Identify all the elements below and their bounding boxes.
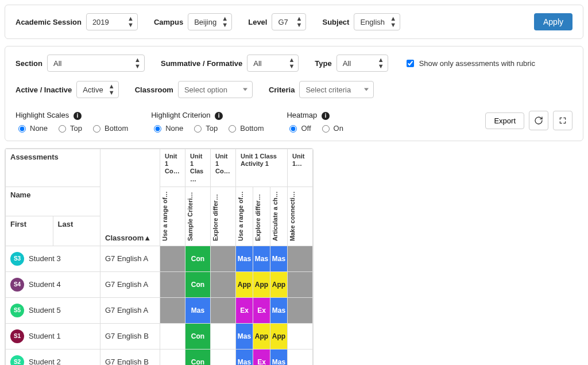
score-cell[interactable]: App (270, 272, 287, 297)
label-campus: Campus (154, 18, 183, 26)
select-section[interactable]: All ▲▼ (47, 55, 145, 72)
score-cell[interactable]: Con (185, 272, 210, 297)
score-cell[interactable] (288, 272, 312, 297)
export-button[interactable]: Export (485, 112, 524, 129)
score-cell[interactable] (211, 246, 235, 271)
score-cell[interactable]: Con (185, 246, 210, 271)
classroom-cell: G7 English A (100, 246, 160, 271)
score-cell[interactable]: Ex (253, 298, 270, 323)
th-assessment-group[interactable]: Unit 1 Clas… (185, 149, 211, 187)
field-criteria: Criteria Select criteria (269, 81, 374, 98)
score-cell[interactable]: Con (185, 350, 210, 365)
score-cell[interactable]: App (270, 324, 287, 349)
th-criterion[interactable]: Use a range of relevant textual evidence… (236, 187, 253, 246)
radio-scales-bottom[interactable]: Bottom (90, 123, 128, 133)
apply-button[interactable]: Apply (534, 13, 572, 30)
checkbox-show-rubric-input[interactable] (407, 60, 414, 67)
score-cell[interactable] (211, 298, 235, 323)
score-cell[interactable] (160, 350, 185, 365)
student-name: Student 3 (29, 254, 61, 263)
score-cell[interactable] (160, 246, 185, 271)
select-subject[interactable]: English ▲▼ (354, 13, 400, 30)
score-cell[interactable] (160, 298, 185, 323)
th-criterion[interactable]: Sample Criterion (185, 187, 211, 246)
th-assessment-group[interactable]: Unit 1… (288, 149, 313, 187)
radio-scales-none[interactable]: None (16, 123, 48, 133)
score-cell[interactable]: Ex (236, 298, 253, 323)
th-criterion[interactable]: Use a range of relevant textual evidence… (160, 187, 185, 246)
field-section: Section All ▲▼ (16, 55, 145, 72)
score-cell[interactable] (288, 350, 312, 365)
chevron-down-icon (243, 88, 247, 91)
updown-icon: ▲▼ (127, 15, 134, 28)
refresh-button[interactable] (529, 111, 548, 130)
checkbox-show-rubric[interactable]: Show only assessments with rubric (404, 58, 535, 69)
th-classroom[interactable]: Classroom▲ (100, 149, 160, 246)
updown-icon: ▲▼ (222, 15, 228, 28)
th-criterion[interactable]: Make connections between books… (288, 187, 313, 246)
info-icon[interactable]: i (215, 112, 223, 120)
select-level[interactable]: G7 ▲▼ (272, 13, 306, 30)
fullscreen-icon (559, 117, 567, 125)
score-cell[interactable] (288, 298, 312, 323)
radio-heatmap-off[interactable]: Off (287, 123, 311, 133)
info-icon[interactable]: i (322, 112, 330, 120)
th-criterion[interactable]: Explore different ways to represent… (211, 187, 236, 246)
score-cell[interactable] (211, 324, 235, 349)
select-criteria[interactable]: Select criteria (299, 81, 374, 98)
score-cell[interactable]: Ex (253, 350, 270, 365)
student-name-cell[interactable]: S1Student 1 (6, 324, 100, 349)
assessments-grid: Assessments Classroom▲ Unit 1 Co…Unit 1 … (5, 148, 314, 365)
student-name-cell[interactable]: S2Student 2 (6, 350, 100, 365)
score-cell[interactable]: Mas (270, 246, 287, 271)
select-active-value: Active (83, 86, 103, 94)
student-name: Student 5 (29, 306, 61, 314)
score-cell[interactable]: Mas (270, 350, 287, 365)
select-sf-value: All (253, 59, 261, 68)
score-cell[interactable]: Mas (236, 350, 253, 365)
score-cell[interactable]: Mas (236, 324, 253, 349)
th-criterion[interactable]: Articulate a change in opinion or… (270, 187, 288, 246)
student-name-cell[interactable]: S3Student 3 (6, 246, 100, 271)
radio-heatmap-on[interactable]: On (319, 123, 343, 133)
table-row: S3Student 3G7 English AConMasMasMas (6, 246, 313, 271)
select-section-value: All (53, 59, 61, 68)
score-cell[interactable] (288, 324, 312, 349)
score-cell[interactable]: Mas (253, 246, 270, 271)
highlight-scales-block: Highlight Scales i None Top Bottom (16, 111, 128, 133)
field-subject: Subject English ▲▼ (322, 13, 400, 30)
radio-criterion-top[interactable]: Top (191, 123, 218, 133)
score-cell[interactable]: Mas (270, 298, 287, 323)
radio-criterion-bottom[interactable]: Bottom (226, 123, 264, 133)
table-row: S4Student 4G7 English AConAppAppApp (6, 271, 313, 297)
select-academic-session[interactable]: 2019 ▲▼ (86, 13, 138, 30)
score-cell[interactable] (288, 246, 312, 271)
radio-scales-top[interactable]: Top (56, 123, 82, 133)
label-academic-session: Academic Session (16, 18, 82, 26)
score-cell[interactable]: App (253, 272, 270, 297)
score-cell[interactable]: Mas (236, 246, 253, 271)
select-classroom[interactable]: Select option (178, 81, 253, 98)
fullscreen-button[interactable] (553, 111, 572, 130)
select-campus[interactable]: Beijing ▲▼ (188, 13, 232, 30)
select-summative-formative[interactable]: All ▲▼ (247, 55, 299, 72)
student-name-cell[interactable]: S4Student 4 (6, 272, 100, 297)
select-active[interactable]: Active ▲▼ (76, 81, 118, 98)
score-cell[interactable] (160, 272, 185, 297)
score-cell[interactable] (211, 272, 235, 297)
th-assessment-group[interactable]: Unit 1 Co… (211, 149, 236, 187)
info-icon[interactable]: i (74, 112, 82, 120)
th-criterion[interactable]: Explore different ways to represent… (253, 187, 270, 246)
score-cell[interactable] (160, 324, 185, 349)
score-cell[interactable]: App (236, 272, 253, 297)
student-name-cell[interactable]: S5Student 5 (6, 298, 100, 323)
student-name: Student 1 (29, 332, 61, 340)
radio-criterion-none[interactable]: None (151, 123, 183, 133)
th-assessment-group[interactable]: Unit 1 Co… (160, 149, 185, 187)
score-cell[interactable]: Mas (185, 298, 210, 323)
select-type[interactable]: All ▲▼ (336, 55, 388, 72)
th-assessment-group[interactable]: Unit 1 Class Activity 1 (236, 149, 288, 187)
score-cell[interactable]: Con (185, 324, 210, 349)
score-cell[interactable]: App (253, 324, 270, 349)
score-cell[interactable] (211, 350, 235, 365)
